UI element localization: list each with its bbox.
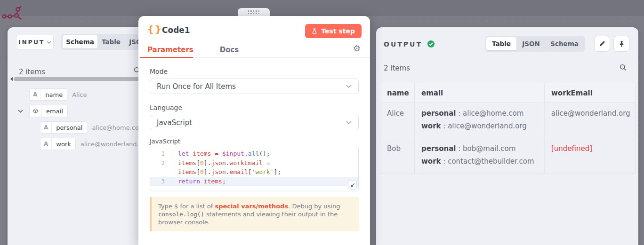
- schema-field-personal[interactable]: A personal: [40, 121, 87, 134]
- node-details-view: ← Back to canvas INPUT Schema Table JSON…: [0, 0, 644, 245]
- node-settings-modal: { } Code1 Test step Parameters Docs ⚙ Mo…: [138, 16, 370, 245]
- column-header-workemail: workEmail: [545, 83, 636, 103]
- schema-field-email[interactable]: email: [29, 105, 68, 117]
- special-vars-link[interactable]: special vars/methods: [215, 203, 288, 210]
- string-type-icon: A: [40, 122, 52, 133]
- input-tab-schema[interactable]: Schema: [63, 35, 97, 48]
- input-items-count: 2 items: [19, 68, 45, 76]
- input-panel-title: INPUT: [18, 39, 44, 46]
- schema-tree-row: email: [29, 105, 68, 117]
- top-bar: [0, 0, 644, 16]
- table-row: Bob personal : bob@mail.com work : conta…: [380, 138, 636, 174]
- pin-data-button[interactable]: [613, 36, 629, 52]
- cell-name: Alice: [380, 103, 415, 138]
- schema-tree-row: A personal alice@home.com: [40, 121, 145, 134]
- schema-field-work[interactable]: A work: [40, 138, 76, 150]
- column-header-name: name: [380, 83, 415, 103]
- input-panel: INPUT Schema Table JSON 2 items A name A…: [8, 27, 151, 245]
- horizontal-scrollbar: [8, 76, 150, 82]
- output-panel-title: OUTPUT: [384, 40, 422, 48]
- table-row: Alice personal : alice@home.com work : a…: [380, 103, 636, 138]
- string-type-icon: A: [30, 89, 41, 100]
- workflow-node-icon: [1, 6, 24, 22]
- output-search-icon[interactable]: [620, 64, 627, 71]
- edit-output-button[interactable]: [594, 36, 610, 52]
- modal-header: { } Code1 Test step: [138, 16, 370, 42]
- code-line: 3return items;: [150, 177, 358, 186]
- modal-tab-bar: Parameters Docs ⚙: [138, 42, 370, 58]
- success-check-icon: [427, 40, 435, 48]
- code-line: 1let items = $input.all();: [150, 149, 358, 158]
- output-view-tabs: Table JSON Schema: [485, 36, 585, 52]
- node-title: Code1: [162, 25, 190, 35]
- output-tab-table[interactable]: Table: [486, 37, 516, 50]
- output-items-count: 2 items: [384, 64, 410, 72]
- modal-drag-handle[interactable]: [238, 8, 270, 16]
- editor-label: JavaScript: [150, 138, 180, 145]
- test-step-button[interactable]: Test step: [305, 24, 362, 38]
- schema-field-value: alice@home.com: [92, 124, 145, 131]
- flask-icon: [312, 28, 317, 34]
- schema-field-value: Alice: [72, 91, 87, 98]
- language-select[interactable]: JavaScript: [150, 115, 359, 130]
- expand-icon: [350, 183, 355, 188]
- code-line: items[0].json.email['work'];: [150, 167, 358, 177]
- output-tab-json[interactable]: JSON: [516, 37, 546, 50]
- active-tab-underline: [140, 57, 193, 58]
- string-type-icon: A: [40, 138, 52, 150]
- input-source-dropdown[interactable]: INPUT: [16, 35, 54, 49]
- code-lines: 1let items = $input.all();2items[0].json…: [150, 149, 358, 186]
- chevron-down-icon: [346, 121, 352, 124]
- tab-parameters[interactable]: Parameters: [147, 46, 193, 54]
- language-label: Language: [150, 104, 182, 111]
- chevron-down-icon: [346, 85, 352, 88]
- expand-editor-button[interactable]: [348, 181, 357, 190]
- column-header-email: email: [415, 83, 545, 103]
- object-type-icon: [30, 105, 42, 117]
- tab-docs[interactable]: Docs: [220, 46, 239, 54]
- schema-field-name[interactable]: A name: [29, 88, 67, 101]
- cell-workemail: [undefined]: [545, 138, 636, 174]
- cell-name: Bob: [380, 138, 415, 174]
- code-editor[interactable]: 1let items = $input.all();2items[0].json…: [150, 147, 359, 191]
- editor-hint-box: Type $ for a list of special vars/method…: [150, 197, 359, 231]
- schema-tree-row: A name Alice: [29, 88, 87, 101]
- cell-workemail: alice@wonderland.org: [545, 103, 636, 138]
- input-view-tabs: Schema Table JSON: [61, 34, 151, 50]
- mode-select[interactable]: Run Once for All Items: [150, 79, 359, 94]
- chevron-down-icon: [47, 41, 51, 44]
- code-node-icon: { }: [147, 24, 161, 34]
- collapse-chevron-icon[interactable]: [18, 110, 23, 113]
- input-tab-table[interactable]: Table: [97, 35, 125, 48]
- schema-tree-row: A work alice@wonderland.org: [40, 138, 149, 150]
- mode-label: Mode: [150, 68, 168, 75]
- pencil-icon: [599, 40, 605, 47]
- code-line: 2items[0].json.workEmail =: [150, 158, 358, 168]
- cell-email: personal : alice@home.com work : alice@w…: [415, 103, 545, 138]
- gear-icon[interactable]: ⚙: [353, 44, 361, 53]
- pin-icon: [619, 40, 625, 47]
- output-tab-schema[interactable]: Schema: [546, 37, 583, 50]
- drag-dots-icon: [248, 10, 260, 14]
- scrollbar-thumb[interactable]: [14, 77, 150, 81]
- cell-email: personal : bob@mail.com work : contact@t…: [415, 138, 545, 174]
- scroll-left-arrow[interactable]: [8, 77, 13, 81]
- output-panel: OUTPUT Table JSON Schema 2 items name em…: [376, 27, 638, 245]
- output-table: name email workEmail Alice personal : al…: [380, 83, 636, 174]
